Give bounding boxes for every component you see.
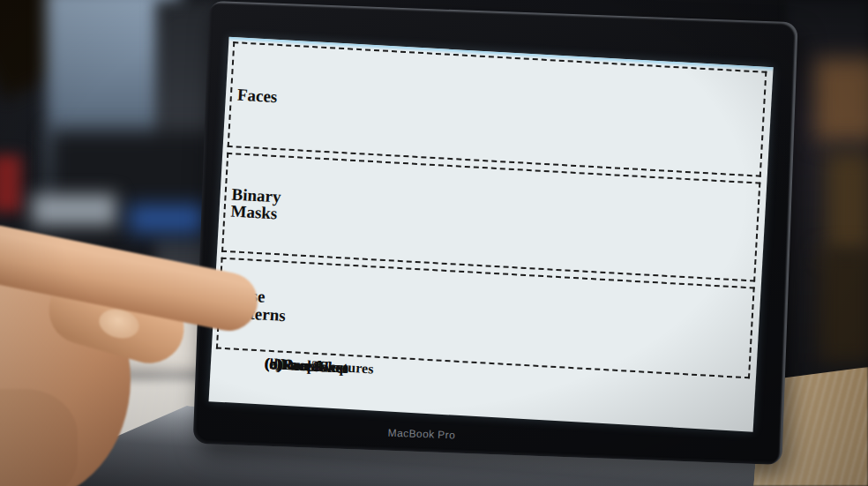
background-wood-shelf bbox=[815, 58, 868, 141]
background-wood-shelf-2 bbox=[826, 152, 868, 258]
faces-row-label: Faces bbox=[233, 86, 288, 106]
faces-cells bbox=[286, 47, 766, 176]
photo-scene: Faces Binary Masks + Noise Patterns (a)R… bbox=[0, 0, 868, 486]
background-brown-blob bbox=[819, 249, 868, 363]
macbook-pro-logo: MacBook Pro bbox=[387, 427, 455, 442]
masks-cells: + bbox=[280, 158, 759, 280]
pointing-hand bbox=[0, 181, 298, 486]
